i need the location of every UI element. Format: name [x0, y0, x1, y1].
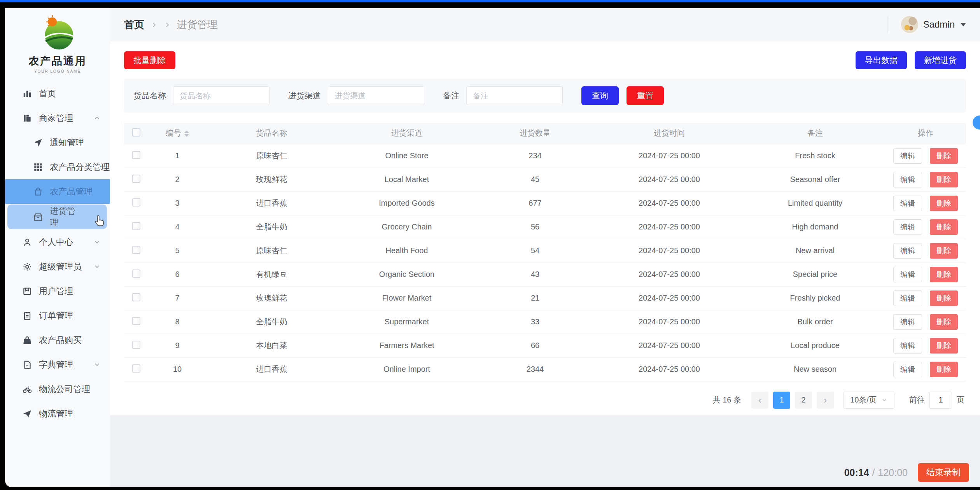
- sidebar-item-notice-management[interactable]: 通知管理: [5, 130, 110, 155]
- sidebar-item-product-purchase[interactable]: 农产品购买: [5, 328, 110, 352]
- row-checkbox[interactable]: [132, 198, 140, 206]
- sidebar-item-product-management[interactable]: 农产品管理: [5, 179, 110, 204]
- page-numbers: 12: [773, 392, 812, 409]
- search-button[interactable]: 查询: [581, 86, 619, 105]
- delete-button[interactable]: 删除: [930, 290, 958, 306]
- filter-channel: 进货渠道: [288, 86, 424, 105]
- pagination-total: 共 16 条: [713, 395, 741, 405]
- cell-product-name: 全脂牛奶: [206, 310, 337, 334]
- delete-button[interactable]: 删除: [930, 172, 958, 187]
- row-checkbox[interactable]: [132, 175, 140, 183]
- sidebar-item-purchase-management[interactable]: 进货管理: [7, 205, 107, 229]
- user-menu[interactable]: Sadmin: [887, 16, 966, 33]
- delete-button[interactable]: 删除: [930, 219, 958, 235]
- chart-bar-icon: [22, 89, 32, 99]
- sidebar-item-personal-center[interactable]: 个人中心: [5, 230, 110, 254]
- edit-button[interactable]: 编辑: [893, 290, 922, 306]
- delete-button[interactable]: 删除: [930, 314, 958, 330]
- edit-button[interactable]: 编辑: [893, 338, 922, 354]
- row-checkbox[interactable]: [132, 151, 140, 159]
- product-name-input[interactable]: [173, 86, 270, 105]
- page-header: 首页 进货管理 Sadmin: [110, 8, 980, 41]
- edit-button[interactable]: 编辑: [893, 243, 922, 259]
- delete-button[interactable]: 删除: [930, 243, 958, 259]
- cell-id: 7: [148, 286, 206, 310]
- sidebar-item-logistics-company-management[interactable]: 物流公司管理: [5, 377, 110, 401]
- cell-channel: Supermarket: [337, 310, 477, 334]
- cell-time: 2024-07-25 00:00: [593, 191, 745, 215]
- cell-id: 9: [148, 334, 206, 357]
- column-id[interactable]: 编号: [148, 123, 206, 144]
- select-all-checkbox[interactable]: [132, 128, 140, 136]
- table-row: 10 进口香蕉 Online Import 2344 2024-07-25 00…: [124, 357, 966, 381]
- add-purchase-button[interactable]: 新增进货: [915, 51, 966, 69]
- chevron-up-icon: [93, 114, 101, 122]
- row-checkbox[interactable]: [132, 246, 140, 254]
- filter-remark: 备注: [443, 86, 563, 105]
- sidebar-item-product-category-management[interactable]: 农产品分类管理: [5, 155, 110, 179]
- delete-button[interactable]: 删除: [930, 338, 958, 354]
- sort-icon[interactable]: [184, 130, 189, 137]
- sidebar-item-dictionary-management[interactable]: 字典管理: [5, 352, 110, 377]
- reset-button[interactable]: 重置: [626, 86, 664, 105]
- app-window: 农产品通用 YOUR LOGO NAME 首页 商家管理 通知管理 农产品分类管…: [5, 8, 980, 487]
- delete-button[interactable]: 删除: [930, 148, 958, 164]
- batch-delete-button[interactable]: 批量删除: [124, 51, 175, 69]
- table-row: 1 原味杏仁 Online Store 234 2024-07-25 00:00…: [124, 144, 966, 168]
- edit-button[interactable]: 编辑: [893, 196, 922, 211]
- cell-time: 2024-07-25 00:00: [593, 262, 745, 286]
- table-card: 批量删除 导出数据 新增进货 货品名称 进货渠道: [110, 41, 980, 415]
- remark-input[interactable]: [466, 86, 563, 105]
- chevron-right-icon: [150, 21, 158, 28]
- cell-product-name: 进口香蕉: [206, 191, 337, 215]
- document-icon: [22, 360, 32, 370]
- edit-button[interactable]: 编辑: [893, 148, 922, 164]
- sidebar-item-logistics-management[interactable]: 物流管理: [5, 401, 110, 426]
- page-button-2[interactable]: 2: [795, 392, 812, 409]
- cell-time: 2024-07-25 00:00: [593, 357, 745, 381]
- filter-bar: 货品名称 进货渠道 备注 查询 重置: [124, 79, 966, 113]
- edit-button[interactable]: 编辑: [893, 267, 922, 282]
- sidebar-item-super-admin[interactable]: 超级管理员: [5, 254, 110, 279]
- sidebar-item-user-management[interactable]: 用户管理: [5, 279, 110, 303]
- cell-channel: Online Import: [337, 357, 477, 381]
- sidebar-item-order-management[interactable]: 订单管理: [5, 303, 110, 328]
- edit-button[interactable]: 编辑: [893, 172, 922, 187]
- cell-product-name: 全脂牛奶: [206, 215, 337, 239]
- filter-label: 进货渠道: [288, 90, 321, 101]
- delete-button[interactable]: 删除: [930, 196, 958, 211]
- row-checkbox[interactable]: [132, 341, 140, 349]
- next-page-button[interactable]: ›: [817, 392, 834, 409]
- header-divider: [887, 16, 887, 33]
- row-checkbox[interactable]: [132, 270, 140, 278]
- goto-page-input[interactable]: [929, 392, 952, 409]
- bag-icon: [33, 187, 43, 197]
- sidebar-item-home[interactable]: 首页: [5, 81, 110, 106]
- edit-button[interactable]: 编辑: [893, 219, 922, 235]
- page-button-1[interactable]: 1: [773, 392, 790, 409]
- cell-quantity: 45: [477, 168, 593, 191]
- table-row: 9 本地白菜 Farmers Market 66 2024-07-25 00:0…: [124, 334, 966, 357]
- page-size-select[interactable]: 10条/页: [843, 392, 894, 409]
- row-checkbox[interactable]: [132, 222, 140, 230]
- sidebar-item-merchant-management[interactable]: 商家管理: [5, 106, 110, 130]
- row-checkbox[interactable]: [132, 317, 140, 325]
- prev-page-button[interactable]: ‹: [751, 392, 768, 409]
- column-quantity: 进货数量: [477, 123, 593, 144]
- avatar[interactable]: [901, 16, 918, 33]
- delete-button[interactable]: 删除: [930, 267, 958, 282]
- breadcrumb-home[interactable]: 首页: [124, 18, 144, 32]
- stop-recording-button[interactable]: 结束录制: [918, 463, 969, 482]
- cell-remark: Bulk order: [745, 310, 885, 334]
- cell-time: 2024-07-25 00:00: [593, 239, 745, 262]
- row-checkbox[interactable]: [132, 364, 140, 373]
- bicycle-icon: [22, 384, 32, 394]
- delete-button[interactable]: 删除: [930, 362, 958, 377]
- edit-button[interactable]: 编辑: [893, 362, 922, 377]
- edit-button[interactable]: 编辑: [893, 314, 922, 330]
- row-checkbox[interactable]: [132, 293, 140, 301]
- channel-input[interactable]: [328, 86, 424, 105]
- dropdown-caret-icon: [961, 23, 966, 26]
- cell-id: 8: [148, 310, 206, 334]
- export-data-button[interactable]: 导出数据: [856, 51, 907, 69]
